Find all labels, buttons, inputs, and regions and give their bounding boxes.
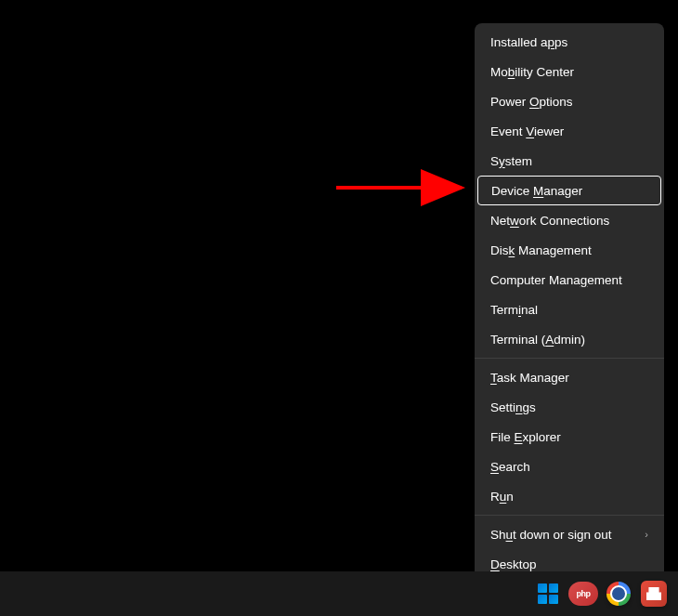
start-button[interactable]	[533, 579, 563, 609]
menu-item-power-options[interactable]: Power Options	[477, 86, 661, 116]
menu-item-label: Run	[490, 490, 514, 504]
menu-item-computer-management[interactable]: Computer Management	[477, 265, 661, 295]
menu-item-network-connections[interactable]: Network Connections	[477, 205, 661, 235]
winx-context-menu: Installed appsMobility CenterPower Optio…	[475, 23, 664, 583]
menu-item-label: Network Connections	[490, 214, 609, 228]
menu-item-shut-down-or-sign-out[interactable]: Shut down or sign out›	[477, 519, 661, 549]
menu-item-label: Terminal	[490, 303, 538, 317]
browser-taskbar-icon[interactable]	[604, 579, 633, 609]
menu-item-installed-apps[interactable]: Installed apps	[477, 27, 661, 57]
menu-item-event-viewer[interactable]: Event Viewer	[477, 116, 661, 146]
menu-item-label: Installed apps	[490, 35, 567, 49]
menu-item-terminal[interactable]: Terminal	[477, 295, 661, 324]
menu-item-label: Search	[490, 460, 530, 474]
menu-item-search[interactable]: Search	[477, 452, 661, 481]
menu-item-label: Computer Management	[490, 273, 622, 287]
tray-app-icon[interactable]	[639, 579, 669, 609]
menu-item-task-manager[interactable]: Task Manager	[477, 362, 661, 392]
menu-divider	[475, 358, 664, 359]
menu-item-label: File Explorer	[490, 430, 561, 444]
menu-item-file-explorer[interactable]: File Explorer	[477, 422, 661, 452]
menu-item-run[interactable]: Run	[477, 481, 661, 511]
menu-item-label: Power Options	[490, 95, 573, 109]
menu-item-label: Disk Management	[490, 243, 592, 257]
menu-item-disk-management[interactable]: Disk Management	[477, 235, 661, 265]
taskbar: php	[0, 571, 678, 616]
chevron-right-icon: ›	[645, 529, 648, 540]
menu-item-terminal-admin[interactable]: Terminal (Admin)	[477, 324, 661, 354]
annotation-arrow	[336, 178, 476, 197]
browser-icon	[606, 582, 631, 606]
menu-item-label: Device Manager	[491, 184, 582, 198]
menu-item-device-manager[interactable]: Device Manager	[477, 176, 661, 205]
menu-item-label: Desktop	[490, 557, 537, 571]
menu-divider	[475, 515, 664, 516]
menu-item-label: Terminal (Admin)	[490, 333, 585, 347]
menu-item-label: Settings	[490, 400, 536, 414]
menu-item-label: Event Viewer	[490, 125, 564, 138]
menu-item-settings[interactable]: Settings	[477, 392, 661, 422]
menu-item-label: System	[490, 154, 532, 168]
watermark-badge: php	[568, 579, 598, 609]
php-watermark: php	[568, 582, 598, 606]
menu-item-label: Mobility Center	[490, 65, 574, 79]
desktop-area: Installed appsMobility CenterPower Optio…	[0, 0, 678, 571]
windows-logo-icon	[538, 583, 558, 604]
menu-item-mobility-center[interactable]: Mobility Center	[477, 57, 661, 86]
menu-item-label: Task Manager	[490, 371, 569, 385]
store-icon	[641, 581, 667, 607]
menu-item-label: Shut down or sign out	[490, 528, 612, 542]
menu-item-system[interactable]: System	[477, 146, 661, 176]
